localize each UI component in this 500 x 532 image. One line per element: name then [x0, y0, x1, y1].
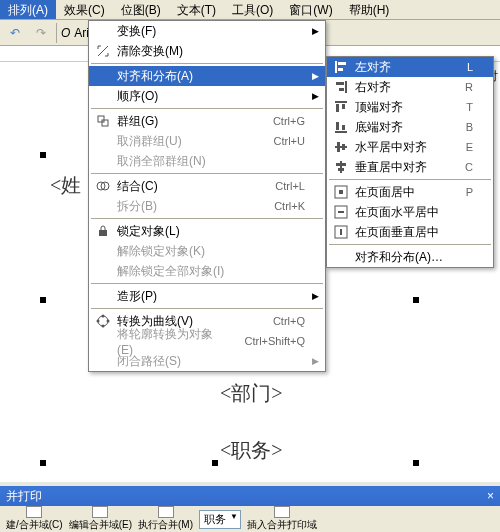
submenu-arrow-icon: ▶: [312, 71, 319, 81]
create-merge-field[interactable]: 建/合并域(C): [6, 506, 63, 532]
blank-icon: [93, 88, 113, 104]
insert-merge-field[interactable]: 插入合并打印域: [247, 506, 317, 532]
svg-rect-4: [99, 230, 107, 236]
menu-item: 取消群组(U)Ctrl+U: [89, 131, 325, 151]
blank-icon: [93, 68, 113, 84]
menu-item[interactable]: 左对齐L: [327, 57, 493, 77]
svg-rect-14: [336, 82, 344, 85]
menu-shortcut: R: [465, 81, 473, 93]
align-hcenter-icon: [331, 139, 351, 155]
menu-item[interactable]: 右对齐R: [327, 77, 493, 97]
menu-help[interactable]: 帮助(H): [341, 0, 398, 19]
menu-item[interactable]: 造形(P)▶: [89, 286, 325, 306]
edit-merge-field[interactable]: 编辑合并域(E): [69, 506, 132, 532]
menu-label: 底端对齐: [355, 119, 450, 136]
align-left-icon: [331, 59, 351, 75]
menu-item[interactable]: 水平居中对齐E: [327, 137, 493, 157]
menu-window[interactable]: 窗口(W): [281, 0, 340, 19]
menu-bitmap[interactable]: 位图(B): [113, 0, 169, 19]
split-icon: [93, 198, 113, 214]
menu-item: 闭合路径(S)▶: [89, 351, 325, 371]
menu-text[interactable]: 文本(T): [169, 0, 224, 19]
svg-rect-22: [335, 146, 347, 148]
menu-label: 拆分(B): [117, 198, 258, 215]
menu-item[interactable]: 在页面垂直居中: [327, 222, 493, 242]
svg-rect-27: [338, 168, 344, 171]
svg-rect-15: [339, 88, 344, 91]
blank-icon: [93, 288, 113, 304]
menu-label: 对齐和分布(A): [117, 68, 305, 85]
redo-button[interactable]: ↷: [30, 22, 52, 44]
blank-icon: [331, 249, 351, 265]
svg-rect-18: [342, 104, 345, 109]
menu-item[interactable]: 顶端对齐T: [327, 97, 493, 117]
svg-rect-33: [340, 229, 342, 235]
svg-rect-25: [340, 161, 342, 173]
selection-handle[interactable]: [40, 297, 46, 303]
menu-separator: [91, 108, 323, 109]
menu-effects[interactable]: 效果(C): [56, 0, 113, 19]
menu-item[interactable]: 在页面居中P: [327, 182, 493, 202]
menu-label: 变换(F): [117, 23, 305, 40]
menu-shortcut: T: [466, 101, 473, 113]
menu-shortcut: Ctrl+U: [274, 135, 305, 147]
menu-shortcut: B: [466, 121, 473, 133]
run-merge[interactable]: 执行合并(M): [138, 506, 193, 532]
menu-arrange[interactable]: 排列(A): [0, 0, 56, 19]
menu-label: 清除变换(M): [117, 43, 305, 60]
svg-rect-10: [335, 61, 337, 73]
selection-handle[interactable]: [40, 460, 46, 466]
submenu-arrow-icon: ▶: [312, 356, 319, 366]
menu-label: 顶端对齐: [355, 99, 450, 116]
menu-item[interactable]: 底端对齐B: [327, 117, 493, 137]
menu-item[interactable]: 对齐和分布(A)…: [327, 247, 493, 267]
svg-rect-24: [342, 144, 345, 150]
selection-handle[interactable]: [212, 460, 218, 466]
menu-item: 拆分(B)Ctrl+K: [89, 196, 325, 216]
panel-title: 并打印: [6, 488, 42, 505]
menu-label: 解除锁定全部对象(I): [117, 263, 305, 280]
menu-item[interactable]: 对齐和分布(A)▶: [89, 66, 325, 86]
menu-item[interactable]: 锁定对象(L): [89, 221, 325, 241]
menu-tools[interactable]: 工具(O): [224, 0, 281, 19]
menu-item: 解除锁定全部对象(I): [89, 261, 325, 281]
svg-point-6: [102, 315, 105, 318]
field-name[interactable]: <姓: [50, 172, 81, 199]
svg-rect-17: [336, 104, 339, 112]
menu-item[interactable]: 清除变换(M): [89, 41, 325, 61]
field-select[interactable]: 职务: [199, 510, 241, 529]
undo-button[interactable]: ↶: [4, 22, 26, 44]
unlock-all-icon: [93, 263, 113, 279]
field-dept[interactable]: <部门>: [220, 380, 283, 407]
menu-item[interactable]: 垂直居中对齐C: [327, 157, 493, 177]
svg-rect-19: [335, 131, 347, 133]
menubar: 排列(A) 效果(C) 位图(B) 文本(T) 工具(O) 窗口(W) 帮助(H…: [0, 0, 500, 20]
svg-rect-0: [98, 116, 104, 122]
menu-label: 水平居中对齐: [355, 139, 450, 156]
menu-item[interactable]: 顺序(O)▶: [89, 86, 325, 106]
menu-shortcut: L: [467, 61, 473, 73]
menu-label: 造形(P): [117, 288, 305, 305]
font-style: O: [61, 26, 70, 40]
menu-label: 在页面垂直居中: [355, 224, 473, 241]
selection-handle[interactable]: [40, 152, 46, 158]
submenu-arrow-icon: ▶: [312, 26, 319, 36]
selection-handle[interactable]: [413, 460, 419, 466]
selection-handle[interactable]: [413, 297, 419, 303]
align-submenu: 左对齐L右对齐R顶端对齐T底端对齐B水平居中对齐E垂直居中对齐C在页面居中P在页…: [326, 56, 494, 268]
field-title[interactable]: <职务>: [220, 437, 283, 464]
svg-rect-16: [335, 101, 347, 103]
menu-item[interactable]: 在页面水平居中: [327, 202, 493, 222]
menu-label: 取消群组(U): [117, 133, 258, 150]
menu-item[interactable]: 变换(F)▶: [89, 21, 325, 41]
combine-icon: [93, 178, 113, 194]
menu-label: 取消全部群组(N): [117, 153, 305, 170]
menu-label: 左对齐: [355, 59, 451, 76]
menu-item[interactable]: 结合(C)Ctrl+L: [89, 176, 325, 196]
menu-shortcut: E: [466, 141, 473, 153]
align-right-icon: [331, 79, 351, 95]
menu-shortcut: Ctrl+L: [275, 180, 305, 192]
close-icon[interactable]: ×: [487, 489, 494, 503]
menu-item[interactable]: 群组(G)Ctrl+G: [89, 111, 325, 131]
menu-label: 对齐和分布(A)…: [355, 249, 473, 266]
